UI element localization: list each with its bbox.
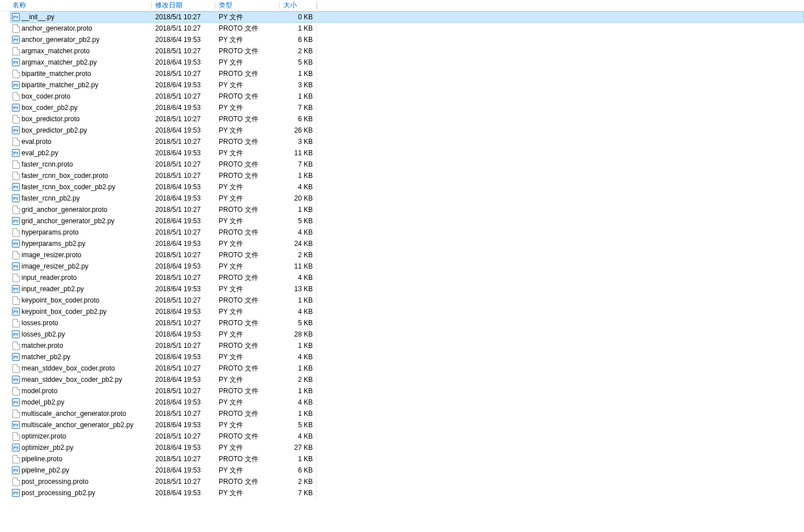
file-date-cell: 2018/5/1 10:27 — [152, 274, 215, 282]
file-row[interactable]: PYhyperparams_pb2.py2018/6/4 19:53PY 文件2… — [10, 238, 804, 249]
file-size-cell: 20 KB — [280, 194, 316, 202]
python-file-icon: PY — [10, 104, 22, 112]
file-name-cell: post_processing.proto — [22, 478, 152, 486]
file-name-cell: faster_rcnn_pb2.py — [22, 194, 152, 202]
file-name-cell: hyperparams.proto — [22, 228, 152, 236]
file-row[interactable]: eval.proto2018/5/1 10:27PROTO 文件3 KB — [10, 136, 804, 147]
file-row[interactable]: bipartite_matcher.proto2018/5/1 10:27PRO… — [10, 68, 804, 79]
column-header-date-label: 修改日期 — [155, 1, 182, 9]
file-row[interactable]: PYmean_stddev_box_coder_pb2.py2018/6/4 1… — [10, 374, 804, 385]
file-row[interactable]: post_processing.proto2018/5/1 10:27PROTO… — [10, 476, 804, 487]
file-name-cell: losses.proto — [22, 319, 152, 327]
file-row[interactable]: pipeline.proto2018/5/1 10:27PROTO 文件1 KB — [10, 453, 804, 465]
file-name-cell: input_reader_pb2.py — [22, 285, 152, 293]
file-row[interactable]: grid_anchor_generator.proto2018/5/1 10:2… — [10, 204, 804, 215]
file-size-cell: 7 KB — [280, 160, 316, 168]
file-row[interactable]: PYoptimizer_pb2.py2018/6/4 19:53PY 文件27 … — [10, 442, 804, 453]
file-row[interactable]: PYanchor_generator_pb2.py2018/6/4 19:53P… — [10, 34, 804, 45]
file-date-cell: 2018/5/1 10:27 — [152, 206, 215, 214]
column-divider[interactable] — [317, 2, 317, 9]
file-row[interactable]: PYfaster_rcnn_box_coder_pb2.py2018/6/4 1… — [10, 181, 804, 193]
file-row[interactable]: PY__init__.py2018/5/1 10:27PY 文件0 KB — [10, 11, 804, 23]
file-type-cell: PROTO 文件 — [215, 386, 280, 396]
file-type-cell: PY 文件 — [215, 80, 280, 90]
file-row[interactable]: anchor_generator.proto2018/5/1 10:27PROT… — [10, 23, 804, 34]
column-header-date[interactable]: 修改日期 — [152, 1, 215, 10]
file-name-cell: mean_stddev_box_coder_pb2.py — [22, 376, 152, 384]
file-name-cell: losses_pb2.py — [22, 330, 152, 338]
file-row[interactable]: matcher.proto2018/5/1 10:27PROTO 文件1 KB — [10, 340, 804, 351]
file-type-cell: PY 文件 — [215, 284, 280, 294]
column-header-size[interactable]: 大小 — [280, 1, 317, 10]
file-name-cell: optimizer.proto — [22, 432, 152, 440]
file-row[interactable]: losses.proto2018/5/1 10:27PROTO 文件5 KB — [10, 317, 804, 329]
file-row[interactable]: model.proto2018/5/1 10:27PROTO 文件1 KB — [10, 385, 804, 397]
file-row[interactable]: mean_stddev_box_coder.proto2018/5/1 10:2… — [10, 363, 804, 374]
file-row[interactable]: image_resizer.proto2018/5/1 10:27PROTO 文… — [10, 249, 804, 261]
python-file-icon: PY — [10, 466, 22, 474]
file-size-cell: 6 KB — [280, 36, 316, 44]
file-row[interactable]: PYbox_coder_pb2.py2018/6/4 19:53PY 文件7 K… — [10, 102, 804, 113]
file-row[interactable]: PYfaster_rcnn_pb2.py2018/6/4 19:53PY 文件2… — [10, 193, 804, 204]
file-row[interactable]: argmax_matcher.proto2018/5/1 10:27PROTO … — [10, 45, 804, 57]
file-row[interactable]: PYmodel_pb2.py2018/6/4 19:53PY 文件4 KB — [10, 397, 804, 408]
file-type-cell: PROTO 文件 — [215, 24, 280, 33]
file-row[interactable]: PYinput_reader_pb2.py2018/6/4 19:53PY 文件… — [10, 283, 804, 295]
file-size-cell: 4 KB — [280, 353, 316, 361]
file-row[interactable]: box_predictor.proto2018/5/1 10:27PROTO 文… — [10, 113, 804, 125]
file-date-cell: 2018/5/1 10:27 — [152, 410, 215, 418]
file-row[interactable]: PYbox_predictor_pb2.py2018/6/4 19:53PY 文… — [10, 125, 804, 136]
file-date-cell: 2018/6/4 19:53 — [152, 398, 215, 406]
file-size-cell: 26 KB — [280, 126, 316, 134]
file-row[interactable]: PYlosses_pb2.py2018/6/4 19:53PY 文件28 KB — [10, 329, 804, 340]
file-size-cell: 5 KB — [280, 58, 316, 66]
file-row[interactable]: hyperparams.proto2018/5/1 10:27PROTO 文件4… — [10, 227, 804, 238]
file-row[interactable]: PYmultiscale_anchor_generator_pb2.py2018… — [10, 419, 804, 431]
file-size-cell: 1 KB — [280, 206, 316, 214]
file-type-cell: PROTO 文件 — [215, 137, 280, 147]
file-row[interactable]: PYmatcher_pb2.py2018/6/4 19:53PY 文件4 KB — [10, 351, 804, 363]
column-header-name-label: 名称 — [12, 1, 26, 9]
file-size-cell: 1 KB — [280, 70, 316, 78]
file-date-cell: 2018/5/1 10:27 — [152, 115, 215, 123]
file-row[interactable]: PYpipeline_pb2.py2018/6/4 19:53PY 文件6 KB — [10, 465, 804, 476]
file-size-cell: 7 KB — [280, 489, 316, 497]
file-row[interactable]: PYargmax_matcher_pb2.py2018/6/4 19:53PY … — [10, 57, 804, 68]
column-header-type[interactable]: 类型 — [215, 1, 280, 10]
file-row[interactable]: PYimage_resizer_pb2.py2018/6/4 19:53PY 文… — [10, 261, 804, 272]
file-date-cell: 2018/5/1 10:27 — [152, 92, 215, 100]
file-name-cell: box_coder_pb2.py — [22, 104, 152, 112]
file-size-cell: 0 KB — [280, 13, 316, 21]
file-date-cell: 2018/6/4 19:53 — [152, 126, 215, 134]
file-row[interactable]: faster_rcnn.proto2018/5/1 10:27PROTO 文件7… — [10, 159, 804, 170]
file-name-cell: hyperparams_pb2.py — [22, 240, 152, 248]
proto-file-icon — [10, 24, 22, 33]
file-type-cell: PROTO 文件 — [215, 171, 280, 181]
file-row[interactable]: PYpost_processing_pb2.py2018/6/4 19:53PY… — [10, 487, 804, 499]
file-row[interactable]: input_reader.proto2018/5/1 10:27PROTO 文件… — [10, 272, 804, 283]
file-date-cell: 2018/6/4 19:53 — [152, 240, 215, 248]
file-date-cell: 2018/5/1 10:27 — [152, 296, 215, 304]
file-type-cell: PY 文件 — [215, 420, 280, 430]
file-row[interactable]: PYbipartite_matcher_pb2.py2018/6/4 19:53… — [10, 79, 804, 91]
file-type-cell: PROTO 文件 — [215, 205, 280, 215]
file-row[interactable]: PYgrid_anchor_generator_pb2.py2018/6/4 1… — [10, 215, 804, 227]
file-name-cell: eval.proto — [22, 138, 152, 146]
file-row[interactable]: optimizer.proto2018/5/1 10:27PROTO 文件4 K… — [10, 431, 804, 442]
file-type-cell: PY 文件 — [215, 103, 280, 113]
file-row[interactable]: faster_rcnn_box_coder.proto2018/5/1 10:2… — [10, 170, 804, 181]
file-row[interactable]: box_coder.proto2018/5/1 10:27PROTO 文件1 K… — [10, 91, 804, 102]
file-row[interactable]: multiscale_anchor_generator.proto2018/5/… — [10, 408, 804, 419]
file-date-cell: 2018/6/4 19:53 — [152, 58, 215, 66]
file-size-cell: 27 KB — [280, 444, 316, 452]
column-header-name[interactable]: 名称 — [0, 1, 152, 10]
file-name-cell: model.proto — [22, 387, 152, 395]
file-size-cell: 1 KB — [280, 92, 316, 100]
proto-file-icon — [10, 115, 22, 124]
file-date-cell: 2018/6/4 19:53 — [152, 444, 215, 452]
file-row[interactable]: keypoint_box_coder.proto2018/5/1 10:27PR… — [10, 295, 804, 306]
file-name-cell: eval_pb2.py — [22, 149, 152, 157]
file-row[interactable]: PYkeypoint_box_coder_pb2.py2018/6/4 19:5… — [10, 306, 804, 317]
file-row[interactable]: PYeval_pb2.py2018/6/4 19:53PY 文件11 KB — [10, 147, 804, 159]
proto-file-icon — [10, 455, 22, 463]
